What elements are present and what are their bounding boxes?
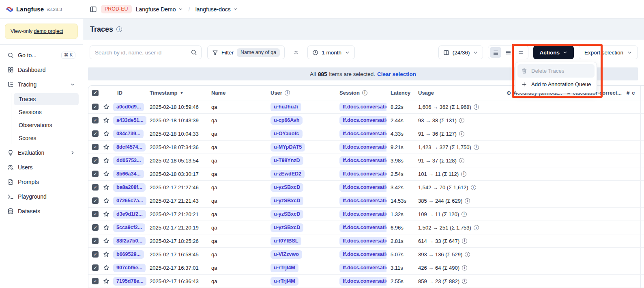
- select-all-checkbox[interactable]: ✓: [92, 90, 99, 96]
- sidebar-item-prompts[interactable]: Prompts: [4, 176, 79, 188]
- info-icon[interactable]: i: [461, 171, 466, 177]
- row-checkbox[interactable]: ✓: [92, 157, 99, 164]
- user-id-badge[interactable]: u-MYpDAT5: [270, 143, 305, 152]
- favorite-star-icon[interactable]: [103, 104, 109, 110]
- sidebar-item-tracing[interactable]: Tracing: [4, 78, 79, 91]
- user-id-badge[interactable]: u-yzSBxcD: [270, 210, 303, 219]
- column-header-id[interactable]: ID: [112, 90, 146, 96]
- table-row[interactable]: ✓ b669529... 2025-02-17 16:58:45 qa u-VI…: [88, 248, 644, 261]
- menu-item-delete-traces[interactable]: Delete Traces: [517, 64, 595, 78]
- search-input[interactable]: [90, 45, 202, 59]
- favorite-star-icon[interactable]: [103, 211, 109, 217]
- info-icon[interactable]: i: [459, 158, 464, 163]
- row-checkbox[interactable]: ✓: [92, 251, 99, 258]
- session-badge[interactable]: lf.docs.conversation....: [339, 264, 386, 272]
- column-header-latency[interactable]: Latency: [386, 90, 415, 96]
- user-id-badge[interactable]: u-yzSBxcD: [270, 223, 303, 232]
- table-row[interactable]: ✓ ba8a208f... 2025-02-17 21:27:46 qa u-y…: [88, 181, 644, 194]
- actions-button[interactable]: Actions: [533, 45, 574, 59]
- user-id-badge[interactable]: u-yzSBxcD: [270, 183, 303, 192]
- trace-id-badge[interactable]: a433de51...: [113, 116, 146, 125]
- table-row[interactable]: ✓ d3e9d1f2... 2025-02-17 21:20:21 qa u-y…: [88, 208, 644, 221]
- column-header-session[interactable]: Session i: [336, 90, 386, 96]
- table-row[interactable]: ✓ a0cd0d9... 2025-02-18 10:59:46 qa u-hu…: [88, 100, 644, 114]
- trace-id-badge[interactable]: 907cbf6e...: [113, 264, 146, 272]
- session-badge[interactable]: lf.docs.conversation...: [339, 170, 386, 178]
- trace-id-badge[interactable]: b669529...: [113, 250, 144, 259]
- info-icon[interactable]: i: [474, 104, 479, 110]
- row-checkbox[interactable]: ✓: [92, 130, 99, 137]
- row-checkbox[interactable]: ✓: [92, 197, 99, 204]
- column-header-user[interactable]: User i: [267, 90, 336, 96]
- favorite-star-icon[interactable]: [103, 171, 109, 177]
- info-icon[interactable]: i: [459, 131, 464, 136]
- row-checkbox[interactable]: ✓: [92, 224, 99, 231]
- table-row[interactable]: ✓ 07265c7a... 2025-02-17 21:21:43 qa u-y…: [88, 194, 644, 208]
- user-id-badge[interactable]: u-T98YnzD: [270, 156, 303, 165]
- column-header-usage[interactable]: Usage: [415, 90, 503, 96]
- row-checkbox[interactable]: ✓: [92, 184, 99, 191]
- user-id-badge[interactable]: u-zEwdED2: [270, 170, 305, 178]
- favorite-star-icon[interactable]: [103, 264, 109, 271]
- trace-id-badge[interactable]: 7195d78e...: [113, 277, 146, 286]
- user-id-badge[interactable]: u-rTrjl4M: [270, 277, 298, 286]
- user-id-badge[interactable]: u-f0YfBSL: [270, 237, 301, 245]
- time-range-button[interactable]: 1 month: [307, 45, 355, 59]
- row-checkbox[interactable]: ✓: [92, 104, 99, 110]
- favorite-star-icon[interactable]: [103, 117, 109, 123]
- table-row[interactable]: ✓ dd05753... 2025-02-18 05:13:54 qa u-T9…: [88, 154, 644, 167]
- favorite-star-icon[interactable]: [103, 197, 109, 204]
- trace-id-badge[interactable]: 07265c7a...: [113, 197, 146, 205]
- favorite-star-icon[interactable]: [103, 238, 109, 244]
- session-badge[interactable]: lf.docs.conversation....: [339, 156, 386, 165]
- user-id-badge[interactable]: u-VIZzvwo: [270, 250, 302, 259]
- session-badge[interactable]: lf.docs.conversation...: [339, 223, 386, 232]
- info-icon[interactable]: i: [462, 238, 467, 244]
- session-badge[interactable]: lf.docs.conversation...: [339, 130, 386, 138]
- info-icon[interactable]: i: [462, 212, 467, 217]
- info-icon[interactable]: i: [465, 252, 470, 257]
- trace-id-badge[interactable]: a0cd0d9...: [113, 103, 144, 111]
- menu-item-add-to-annotation-queue[interactable]: Add to Annotation Queue: [517, 78, 595, 91]
- favorite-star-icon[interactable]: [103, 184, 109, 191]
- sidebar-toggle-icon[interactable]: [90, 6, 97, 13]
- column-header-truncated[interactable]: # c: [623, 90, 640, 96]
- demo-project-link[interactable]: demo project: [34, 28, 63, 34]
- trace-id-badge[interactable]: 8dcf4574...: [113, 143, 146, 152]
- filter-button[interactable]: Filter Name any of qa: [207, 45, 285, 59]
- sidebar-item-observations[interactable]: Observations: [14, 119, 79, 131]
- session-badge[interactable]: lf.docs.conversation...: [339, 116, 386, 125]
- project-selector[interactable]: langfuse-docs: [195, 6, 238, 13]
- user-id-badge[interactable]: u-OYauofc: [270, 130, 303, 138]
- trace-id-badge[interactable]: 88f2a7b0...: [113, 237, 146, 245]
- trace-id-badge[interactable]: 084c739...: [113, 130, 144, 138]
- session-badge[interactable]: lf.docs.conversation...: [339, 237, 386, 245]
- table-row[interactable]: ✓ 88f2a7b0... 2025-02-17 18:25:26 qa u-f…: [88, 234, 644, 248]
- sidebar-item-traces[interactable]: Traces: [14, 93, 79, 105]
- sidebar-item-datasets[interactable]: Datasets: [4, 205, 79, 217]
- table-row[interactable]: ✓ 5cca9cf2... 2025-02-17 21:20:19 qa u-y…: [88, 221, 644, 234]
- info-icon[interactable]: i: [471, 185, 476, 190]
- session-badge[interactable]: lf.docs.conversation...: [339, 183, 386, 192]
- favorite-star-icon[interactable]: [103, 144, 109, 150]
- user-id-badge[interactable]: u-yzSBxcD: [270, 197, 303, 205]
- columns-button[interactable]: (24/36): [438, 45, 483, 59]
- table-row[interactable]: ✓ 084c739... 2025-02-18 10:04:33 qa u-OY…: [88, 127, 644, 141]
- trace-id-badge[interactable]: 5cca9cf2...: [113, 223, 145, 232]
- info-icon[interactable]: i: [462, 279, 467, 284]
- row-checkbox[interactable]: ✓: [92, 171, 99, 177]
- user-id-badge[interactable]: u-huJhuJi: [270, 103, 301, 111]
- favorite-star-icon[interactable]: [103, 251, 109, 258]
- user-id-badge[interactable]: u-cp66Avh: [270, 116, 303, 125]
- search-icon[interactable]: [191, 49, 197, 56]
- trace-id-badge[interactable]: 8b66a34...: [113, 170, 144, 178]
- row-checkbox[interactable]: ✓: [92, 211, 99, 217]
- favorite-star-icon[interactable]: [103, 130, 109, 137]
- row-checkbox[interactable]: ✓: [92, 278, 99, 284]
- table-row[interactable]: ✓ a433de51... 2025-02-18 10:43:39 qa u-c…: [88, 114, 644, 127]
- row-checkbox[interactable]: ✓: [92, 117, 99, 123]
- user-id-badge[interactable]: u-rTrjl4M: [270, 264, 298, 272]
- trace-id-badge[interactable]: ba8a208f...: [113, 183, 146, 192]
- clear-selection-link[interactable]: Clear selection: [377, 71, 416, 77]
- sidebar-item-dashboard[interactable]: Dashboard: [4, 64, 79, 76]
